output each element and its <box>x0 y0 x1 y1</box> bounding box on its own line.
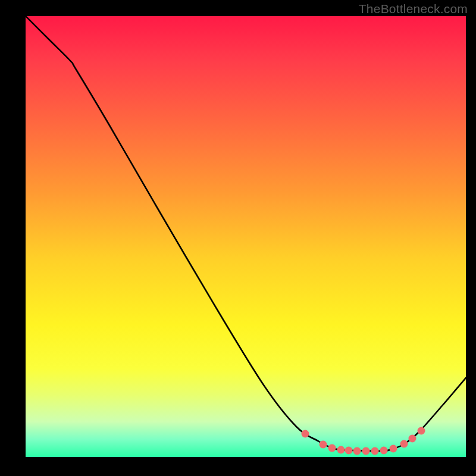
highlight-dot <box>362 447 370 455</box>
highlight-dot <box>320 441 327 449</box>
highlight-dot <box>380 447 388 455</box>
highlight-dot <box>353 447 361 455</box>
highlight-dot <box>337 446 345 454</box>
highlight-dot <box>302 430 309 438</box>
highlight-dot <box>418 427 425 435</box>
highlight-dot <box>328 444 336 452</box>
highlight-dot <box>371 447 379 455</box>
highlight-dot <box>390 445 397 453</box>
highlight-dot <box>409 435 416 443</box>
attribution-text: TheBottleneck.com <box>359 2 468 16</box>
highlight-dot-group <box>302 427 425 455</box>
chart-area <box>26 16 466 457</box>
bottleneck-curve-svg <box>26 16 466 457</box>
highlight-dot <box>400 440 408 448</box>
bottleneck-curve-path <box>26 16 466 451</box>
highlight-dot <box>345 447 353 455</box>
